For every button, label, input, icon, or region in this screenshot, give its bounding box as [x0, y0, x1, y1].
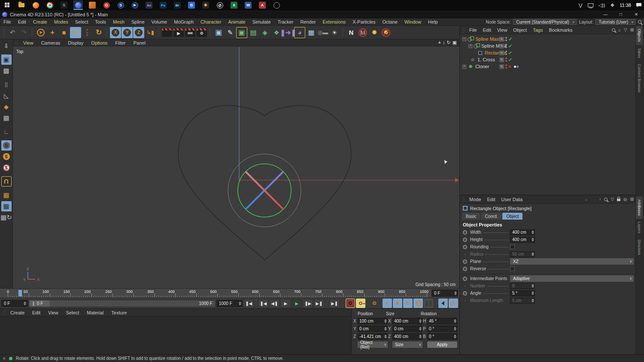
menu-modes[interactable]: Modes	[51, 19, 72, 24]
rot-h-input[interactable]: 45 °	[427, 318, 457, 324]
intermediate-points-dropdown[interactable]: Adaptive	[510, 275, 634, 282]
size-z-input[interactable]: 400 cm	[392, 333, 422, 340]
enabled-check-icon[interactable]: ✓	[508, 50, 512, 56]
size-x-input[interactable]: 400 cm	[392, 318, 422, 324]
menu-simulate[interactable]: Simulate	[249, 19, 274, 24]
up-arrow-icon[interactable]: ↑	[599, 197, 601, 202]
om-menu-tags[interactable]: Tags	[530, 27, 546, 33]
anim-dot-icon[interactable]	[463, 291, 467, 296]
am-grip[interactable]	[463, 197, 465, 202]
viewport-menu-display[interactable]: Display	[64, 40, 87, 45]
word-icon[interactable]: W	[243, 0, 253, 10]
floor-button[interactable]: ▦	[306, 27, 317, 38]
goto-start-button[interactable]: ❚◀	[243, 299, 254, 308]
bridge-icon[interactable]: Br	[173, 0, 182, 10]
rotate-view-icon[interactable]: ↻	[447, 40, 450, 45]
viewport-grip[interactable]	[16, 40, 18, 45]
edges-mode-button[interactable]: ◺	[1, 90, 12, 101]
eagle-icon[interactable]: ⊘	[215, 0, 225, 10]
tab-structure[interactable]: Structure	[636, 236, 643, 258]
back-arrow-icon[interactable]: ←	[584, 197, 589, 202]
rotate-tool[interactable]: ↻	[70, 27, 81, 38]
filter-icon[interactable]: ▽	[624, 27, 627, 32]
spinner-arrows-icon[interactable]	[383, 335, 387, 338]
tray-app-icon[interactable]	[272, 0, 281, 10]
key-pla-button[interactable]: ⣿⣿	[424, 299, 433, 308]
menu-octane[interactable]: Octane	[379, 19, 401, 24]
filter-icon[interactable]: ▽	[611, 197, 614, 202]
material-menu-create[interactable]: Create	[6, 310, 28, 315]
object-rel-dropdown[interactable]: Object (Rel)	[358, 341, 388, 348]
network-icon[interactable]	[588, 3, 593, 7]
spline-mask-tool-button[interactable]: ❚➔❚	[283, 27, 294, 38]
menu-tracker[interactable]: Tracker	[274, 19, 297, 24]
add-panel-icon[interactable]: ⊞	[630, 197, 634, 202]
menu-select[interactable]: Select	[72, 19, 92, 24]
height-input[interactable]: 400 cm	[510, 237, 535, 243]
maxon-app-button[interactable]: N	[346, 27, 357, 38]
disabled-x-icon[interactable]: ×	[508, 64, 511, 69]
visibility-dots-icon[interactable]	[505, 64, 507, 69]
render-settings-button[interactable]: ⚙	[196, 27, 207, 38]
lock-y-axis-button[interactable]: Y	[122, 27, 133, 38]
layout-select[interactable]: Tutorials (User)	[595, 19, 635, 25]
anim-dot-icon[interactable]	[463, 277, 467, 281]
range-end-spinner[interactable]: 1000 F	[216, 300, 243, 307]
menu-xparticles[interactable]: X-Particles	[349, 19, 379, 24]
next-frame-button[interactable]: ❚▶	[303, 299, 313, 308]
anim-dot-icon[interactable]	[463, 230, 467, 235]
play-sound-button[interactable]: )	[438, 299, 448, 308]
key-scale-button[interactable]: ■	[393, 299, 402, 308]
scale-tool[interactable]: ■	[58, 27, 70, 38]
viewport-menu-view[interactable]: View	[19, 40, 37, 45]
plane-dropdown[interactable]: XZ	[510, 258, 634, 265]
enabled-check-icon[interactable]: ✓	[508, 43, 512, 49]
spinner-arrows-icon[interactable]	[453, 327, 457, 331]
viewport-menu-cameras[interactable]: Cameras	[37, 40, 64, 45]
3dsmax-icon[interactable]	[88, 0, 97, 10]
node-space-select[interactable]: Current (Standard/Physical)	[513, 19, 576, 25]
interactive-render-region-button[interactable]: IRR	[185, 27, 196, 38]
object-name[interactable]: 1. Cross	[477, 57, 495, 62]
after-effects-icon[interactable]: Ae	[144, 0, 154, 10]
reverse-checkbox[interactable]	[510, 266, 515, 271]
visibility-dots-icon[interactable]	[505, 44, 507, 48]
timeline-ruler[interactable]: 0 50 100 150 200 250 300 350 400 450 500…	[0, 288, 459, 298]
expand-icon[interactable]: +	[468, 44, 472, 48]
clock[interactable]: 11:38	[620, 3, 631, 8]
excel-icon[interactable]: X	[229, 0, 239, 10]
enabled-check-icon[interactable]: ✓	[508, 57, 512, 63]
angle-input[interactable]: 5 °	[510, 290, 535, 296]
forward-arrow-icon[interactable]: →	[592, 197, 596, 202]
anim-dot-icon[interactable]	[463, 238, 467, 242]
menu-tools[interactable]: Tools	[91, 19, 109, 24]
layer-icon[interactable]: ✎	[499, 64, 504, 69]
enable-axis-button[interactable]: ∟	[1, 127, 12, 137]
width-input[interactable]: 400 cm	[510, 229, 535, 235]
tab-attributes[interactable]: Attributes	[636, 196, 643, 219]
solo-single-button[interactable]: S	[1, 151, 12, 162]
behance-icon[interactable]: B	[187, 0, 196, 10]
add-panel-icon[interactable]: ⊞	[630, 27, 634, 32]
firefox-icon[interactable]	[31, 0, 40, 10]
redo-button[interactable]: ↷	[18, 27, 30, 38]
search-icon[interactable]	[612, 28, 615, 32]
size-y-input[interactable]: 0 cm	[392, 326, 422, 332]
live-selection-tool[interactable]: ➤	[35, 27, 46, 38]
play-backwards-button[interactable]: ▶	[280, 299, 291, 308]
anim-dot-icon[interactable]	[463, 267, 467, 271]
guardian-icon[interactable]: G	[102, 0, 111, 10]
dropbox-icon[interactable]: ❖	[610, 3, 614, 8]
coordinates-grip[interactable]	[355, 311, 357, 316]
maximize-button[interactable]: □	[613, 10, 629, 18]
viewport-drawing[interactable]	[13, 46, 459, 287]
instance-tag-icon[interactable]	[514, 66, 519, 68]
key-parameter-button[interactable]: P	[413, 299, 423, 308]
menu-mograph[interactable]: MoGraph	[170, 19, 197, 24]
photoshop-icon[interactable]: Ps	[158, 0, 168, 10]
home-icon[interactable]: ⌂	[618, 27, 621, 32]
spinner-arrows-icon[interactable]	[383, 327, 387, 331]
viewport-canvas[interactable]: Top Grid Spacing : 50 cm Z X Y	[13, 46, 459, 288]
menu-create[interactable]: Create	[30, 19, 51, 24]
om-grip[interactable]	[463, 27, 465, 33]
